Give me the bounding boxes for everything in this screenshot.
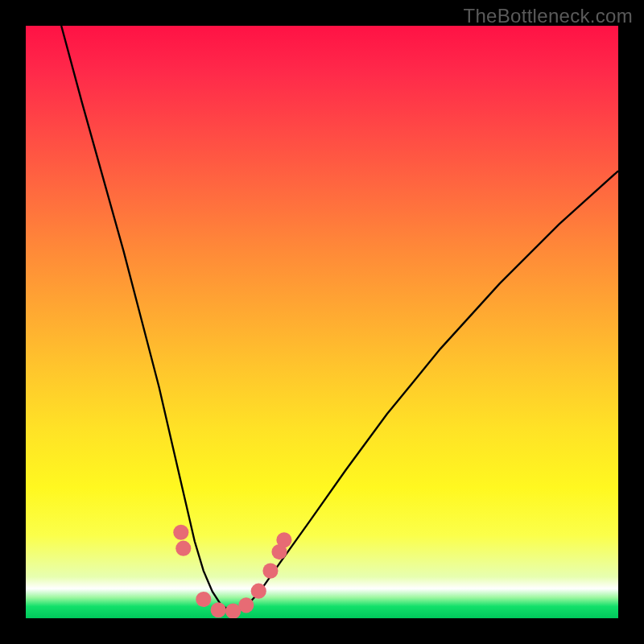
curve-marker	[211, 602, 226, 617]
curve-markers-group	[173, 525, 291, 618]
curve-marker	[175, 541, 191, 556]
bottleneck-curve-path	[61, 26, 618, 613]
curve-marker	[238, 597, 254, 613]
plot-area	[26, 26, 618, 618]
curve-marker	[276, 532, 291, 547]
curve-svg	[26, 26, 618, 618]
curve-marker	[262, 564, 278, 579]
chart-frame: TheBottleneck.com	[0, 0, 644, 644]
watermark-text: TheBottleneck.com	[463, 5, 633, 27]
curve-marker	[173, 525, 188, 540]
curve-marker	[251, 584, 266, 599]
curve-marker	[196, 592, 211, 607]
